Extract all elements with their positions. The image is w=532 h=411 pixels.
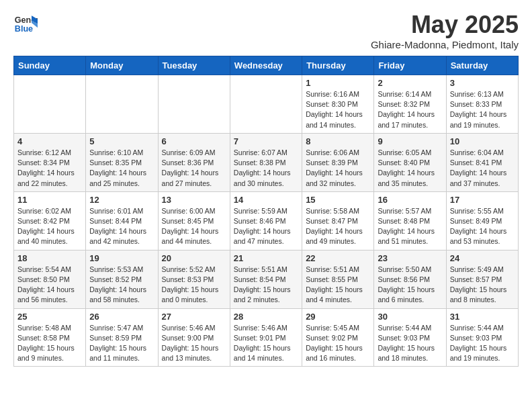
day-number: 19 <box>89 253 154 263</box>
day-info: Sunrise: 5:52 AM Sunset: 8:53 PM Dayligh… <box>162 265 226 306</box>
calendar-cell: 4Sunrise: 6:12 AM Sunset: 8:34 PM Daylig… <box>14 133 86 191</box>
day-info: Sunrise: 5:44 AM Sunset: 9:03 PM Dayligh… <box>378 323 442 364</box>
calendar-cell <box>86 75 158 134</box>
calendar-cell: 22Sunrise: 5:51 AM Sunset: 8:55 PM Dayli… <box>302 250 374 308</box>
day-info: Sunrise: 6:14 AM Sunset: 8:32 PM Dayligh… <box>378 89 442 130</box>
calendar-cell: 23Sunrise: 5:50 AM Sunset: 8:56 PM Dayli… <box>374 250 446 308</box>
calendar-cell: 27Sunrise: 5:46 AM Sunset: 9:00 PM Dayli… <box>158 308 230 367</box>
logo: General Blue <box>13 11 38 35</box>
day-info: Sunrise: 5:55 AM Sunset: 8:49 PM Dayligh… <box>450 206 515 247</box>
header-monday: Monday <box>86 56 158 75</box>
day-number: 10 <box>450 136 515 146</box>
day-info: Sunrise: 6:12 AM Sunset: 8:34 PM Dayligh… <box>17 148 82 189</box>
day-number: 20 <box>162 253 226 263</box>
day-info: Sunrise: 5:48 AM Sunset: 8:58 PM Dayligh… <box>17 323 82 364</box>
week-row-5: 25Sunrise: 5:48 AM Sunset: 8:58 PM Dayli… <box>14 308 519 367</box>
day-info: Sunrise: 5:47 AM Sunset: 8:59 PM Dayligh… <box>89 323 154 364</box>
calendar-cell: 25Sunrise: 5:48 AM Sunset: 8:58 PM Dayli… <box>14 308 86 367</box>
calendar-cell: 29Sunrise: 5:45 AM Sunset: 9:02 PM Dayli… <box>302 308 374 367</box>
day-info: Sunrise: 6:07 AM Sunset: 8:38 PM Dayligh… <box>234 148 298 189</box>
day-info: Sunrise: 6:16 AM Sunset: 8:30 PM Dayligh… <box>306 89 370 130</box>
calendar-cell: 14Sunrise: 5:59 AM Sunset: 8:46 PM Dayli… <box>230 191 302 250</box>
calendar-cell: 12Sunrise: 6:01 AM Sunset: 8:44 PM Dayli… <box>86 191 158 250</box>
logo-icon: General Blue <box>13 11 38 35</box>
calendar-cell: 6Sunrise: 6:09 AM Sunset: 8:36 PM Daylig… <box>158 133 230 191</box>
calendar-cell: 16Sunrise: 5:57 AM Sunset: 8:48 PM Dayli… <box>374 191 446 250</box>
day-info: Sunrise: 5:46 AM Sunset: 9:01 PM Dayligh… <box>234 323 298 364</box>
header-tuesday: Tuesday <box>158 56 230 75</box>
calendar-cell <box>14 75 86 134</box>
calendar-cell: 15Sunrise: 5:58 AM Sunset: 8:47 PM Dayli… <box>302 191 374 250</box>
day-number: 31 <box>450 312 515 322</box>
day-info: Sunrise: 5:51 AM Sunset: 8:55 PM Dayligh… <box>306 265 370 306</box>
calendar-cell <box>230 75 302 134</box>
day-info: Sunrise: 5:51 AM Sunset: 8:54 PM Dayligh… <box>234 265 298 306</box>
calendar-cell: 28Sunrise: 5:46 AM Sunset: 9:01 PM Dayli… <box>230 308 302 367</box>
calendar-cell: 21Sunrise: 5:51 AM Sunset: 8:54 PM Dayli… <box>230 250 302 308</box>
header-thursday: Thursday <box>302 56 374 75</box>
day-info: Sunrise: 6:00 AM Sunset: 8:45 PM Dayligh… <box>162 206 226 247</box>
day-info: Sunrise: 6:04 AM Sunset: 8:41 PM Dayligh… <box>450 148 515 189</box>
day-info: Sunrise: 5:50 AM Sunset: 8:56 PM Dayligh… <box>378 265 442 306</box>
day-number: 22 <box>306 253 370 263</box>
header: General Blue May 2025 Ghiare-Madonna, Pi… <box>13 11 519 50</box>
day-info: Sunrise: 5:57 AM Sunset: 8:48 PM Dayligh… <box>378 206 442 247</box>
day-number: 17 <box>450 195 515 205</box>
calendar-cell: 8Sunrise: 6:06 AM Sunset: 8:39 PM Daylig… <box>302 133 374 191</box>
calendar-cell: 26Sunrise: 5:47 AM Sunset: 8:59 PM Dayli… <box>86 308 158 367</box>
day-number: 6 <box>162 136 226 146</box>
page: General Blue May 2025 Ghiare-Madonna, Pi… <box>0 0 532 377</box>
header-saturday: Saturday <box>446 56 518 75</box>
calendar-cell: 30Sunrise: 5:44 AM Sunset: 9:03 PM Dayli… <box>374 308 446 367</box>
calendar-cell: 9Sunrise: 6:05 AM Sunset: 8:40 PM Daylig… <box>374 133 446 191</box>
day-number: 9 <box>378 136 442 146</box>
calendar-cell: 1Sunrise: 6:16 AM Sunset: 8:30 PM Daylig… <box>302 75 374 134</box>
title-location: Ghiare-Madonna, Piedmont, Italy <box>371 39 519 50</box>
calendar-cell: 7Sunrise: 6:07 AM Sunset: 8:38 PM Daylig… <box>230 133 302 191</box>
calendar-cell: 13Sunrise: 6:00 AM Sunset: 8:45 PM Dayli… <box>158 191 230 250</box>
week-row-4: 18Sunrise: 5:54 AM Sunset: 8:50 PM Dayli… <box>14 250 519 308</box>
day-info: Sunrise: 6:09 AM Sunset: 8:36 PM Dayligh… <box>162 148 226 189</box>
calendar-cell: 20Sunrise: 5:52 AM Sunset: 8:53 PM Dayli… <box>158 250 230 308</box>
day-info: Sunrise: 5:44 AM Sunset: 9:03 PM Dayligh… <box>450 323 515 364</box>
day-info: Sunrise: 5:46 AM Sunset: 9:00 PM Dayligh… <box>162 323 226 364</box>
day-number: 7 <box>234 136 298 146</box>
day-info: Sunrise: 5:45 AM Sunset: 9:02 PM Dayligh… <box>306 323 370 364</box>
day-info: Sunrise: 5:53 AM Sunset: 8:52 PM Dayligh… <box>89 265 154 306</box>
day-number: 4 <box>17 136 82 146</box>
calendar-cell: 10Sunrise: 6:04 AM Sunset: 8:41 PM Dayli… <box>446 133 518 191</box>
title-month: May 2025 <box>371 11 519 39</box>
calendar-cell: 5Sunrise: 6:10 AM Sunset: 8:35 PM Daylig… <box>86 133 158 191</box>
calendar-cell: 17Sunrise: 5:55 AM Sunset: 8:49 PM Dayli… <box>446 191 518 250</box>
day-number: 27 <box>162 312 226 322</box>
day-info: Sunrise: 5:58 AM Sunset: 8:47 PM Dayligh… <box>306 206 370 247</box>
day-number: 1 <box>306 78 370 88</box>
day-info: Sunrise: 5:54 AM Sunset: 8:50 PM Dayligh… <box>17 265 82 306</box>
svg-text:Blue: Blue <box>15 24 33 34</box>
day-info: Sunrise: 6:05 AM Sunset: 8:40 PM Dayligh… <box>378 148 442 189</box>
calendar-cell: 24Sunrise: 5:49 AM Sunset: 8:57 PM Dayli… <box>446 250 518 308</box>
day-number: 26 <box>89 312 154 322</box>
day-number: 21 <box>234 253 298 263</box>
day-info: Sunrise: 6:06 AM Sunset: 8:39 PM Dayligh… <box>306 148 370 189</box>
header-sunday: Sunday <box>14 56 86 75</box>
day-number: 18 <box>17 253 82 263</box>
day-number: 24 <box>450 253 515 263</box>
calendar-cell: 19Sunrise: 5:53 AM Sunset: 8:52 PM Dayli… <box>86 250 158 308</box>
day-number: 15 <box>306 195 370 205</box>
day-number: 29 <box>306 312 370 322</box>
calendar-cell <box>158 75 230 134</box>
header-wednesday: Wednesday <box>230 56 302 75</box>
day-number: 23 <box>378 253 442 263</box>
calendar-cell: 18Sunrise: 5:54 AM Sunset: 8:50 PM Dayli… <box>14 250 86 308</box>
day-number: 14 <box>234 195 298 205</box>
day-number: 5 <box>89 136 154 146</box>
week-row-1: 1Sunrise: 6:16 AM Sunset: 8:30 PM Daylig… <box>14 75 519 134</box>
day-info: Sunrise: 5:59 AM Sunset: 8:46 PM Dayligh… <box>234 206 298 247</box>
calendar-table: Sunday Monday Tuesday Wednesday Thursday… <box>13 56 519 367</box>
title-block: May 2025 Ghiare-Madonna, Piedmont, Italy <box>371 11 519 50</box>
day-number: 12 <box>89 195 154 205</box>
day-number: 13 <box>162 195 226 205</box>
day-info: Sunrise: 6:02 AM Sunset: 8:42 PM Dayligh… <box>17 206 82 247</box>
day-number: 25 <box>17 312 82 322</box>
